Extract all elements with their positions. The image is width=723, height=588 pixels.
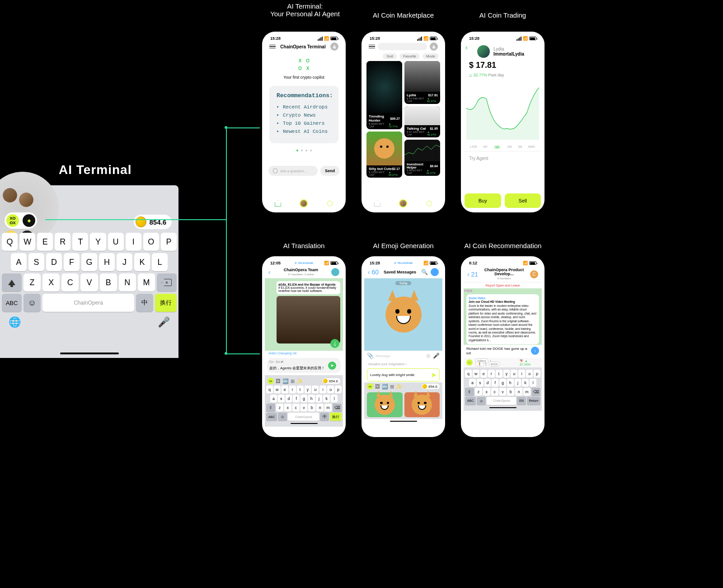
key-b[interactable]: B xyxy=(100,273,117,292)
key-b[interactable]: b xyxy=(308,404,315,412)
market-card[interactable]: Trending Hunter$89.27$ 982M MKT CAP▲ 73.… xyxy=(366,61,402,129)
message-input[interactable]: Richard told me DOGE has gone up a lot! xyxy=(466,347,529,356)
key-u[interactable]: u xyxy=(312,386,319,394)
chat-avatar[interactable] xyxy=(331,268,339,276)
tab-user[interactable] xyxy=(326,199,334,207)
key-w[interactable]: w xyxy=(473,370,479,378)
key-m[interactable]: m xyxy=(324,404,332,412)
generated-emoji[interactable] xyxy=(385,296,422,333)
key-u[interactable]: u xyxy=(511,370,517,378)
key-g[interactable]: g xyxy=(499,379,506,387)
tab-home[interactable] xyxy=(274,199,282,207)
key-x[interactable]: x xyxy=(483,388,490,396)
key-x[interactable]: X xyxy=(42,273,60,292)
key-i[interactable]: I xyxy=(126,233,141,251)
key-e[interactable]: e xyxy=(282,386,288,394)
market-card[interactable]: Investment Helper$9.64$ 881M MKT CAP▲ 66… xyxy=(404,140,440,176)
key-h[interactable]: h xyxy=(507,379,514,387)
backspace-key[interactable]: × xyxy=(157,273,177,292)
key-q[interactable]: Q xyxy=(2,233,18,251)
emoji-key[interactable]: ☺ xyxy=(278,413,287,421)
key-l[interactable]: l xyxy=(331,395,338,403)
space-key[interactable]: ChainOpera xyxy=(288,413,319,421)
xo-chip[interactable]: xo xyxy=(268,378,274,384)
key-s[interactable]: s xyxy=(477,379,484,387)
back-icon[interactable]: ‹ 21 xyxy=(467,271,478,278)
key-d[interactable]: d xyxy=(286,395,292,403)
key-v[interactable]: v xyxy=(499,388,507,396)
key-s[interactable]: S xyxy=(28,253,44,271)
key-f[interactable]: f xyxy=(293,395,300,403)
range-1m[interactable]: 1M xyxy=(518,145,522,149)
key-a[interactable]: a xyxy=(270,395,277,403)
emoji-key[interactable]: ☺ xyxy=(23,294,41,312)
xo-chip[interactable]: xo xyxy=(466,359,473,366)
recommendation-item[interactable]: Newest AI Coins xyxy=(283,129,331,134)
key-n[interactable]: n xyxy=(316,404,324,412)
key-p[interactable]: P xyxy=(161,233,177,251)
market-card[interactable]: Talking Cat$1.95$ 57.32M MKT CAP▲ 46.27% xyxy=(404,106,440,137)
tab-agent[interactable] xyxy=(300,199,308,207)
translate-icon[interactable]: 🔤 xyxy=(382,384,388,390)
key-h[interactable]: H xyxy=(99,253,115,271)
space-key[interactable]: ChainOpera xyxy=(42,294,134,312)
key-t[interactable]: T xyxy=(72,233,88,251)
key-m[interactable]: m xyxy=(523,388,531,396)
translate-icon[interactable]: 🔤 xyxy=(282,378,289,384)
key-j[interactable]: j xyxy=(515,379,521,387)
translation-box[interactable]: Cn · En ⇄ 是的，Agents 会重塑未来的应用！ ➤ xyxy=(267,358,341,373)
image-icon[interactable]: 🖼 xyxy=(375,384,380,389)
range-1w[interactable]: 1W xyxy=(507,145,512,149)
key-k[interactable]: k xyxy=(522,379,529,387)
avatar-2[interactable] xyxy=(19,193,33,207)
menu-icon[interactable] xyxy=(369,45,375,49)
key-h[interactable]: h xyxy=(308,395,315,403)
chat-avatar[interactable] xyxy=(431,268,439,276)
buy-button[interactable]: Buy xyxy=(465,193,501,208)
home-indicator[interactable] xyxy=(60,353,119,354)
key-i[interactable]: i xyxy=(518,370,525,378)
key-v[interactable]: v xyxy=(300,404,308,412)
range-max[interactable]: MAX xyxy=(528,145,535,149)
scroll-down-icon[interactable]: ↓ xyxy=(330,339,339,348)
key-r[interactable]: r xyxy=(488,370,495,378)
key-g[interactable]: G xyxy=(81,253,97,271)
range-1d[interactable]: 1D xyxy=(493,145,501,149)
emoji-option[interactable] xyxy=(404,392,440,417)
key-z[interactable]: z xyxy=(276,404,283,412)
sparkle-icon[interactable]: ✨ xyxy=(296,378,303,384)
recommendation-item[interactable]: Crypto News xyxy=(283,113,331,118)
suggestion[interactable]: since xyxy=(488,362,500,367)
key-l[interactable]: l xyxy=(530,379,536,387)
ask-input[interactable]: Ask a question... xyxy=(268,166,318,176)
suggestion[interactable]: 🧍 xyxy=(475,362,484,367)
zh-key[interactable]: 中 xyxy=(320,413,329,421)
key-p[interactable]: p xyxy=(335,386,342,394)
key-k[interactable]: K xyxy=(134,253,150,271)
coin-balance[interactable]: 854.6 xyxy=(134,215,172,229)
profile-icon[interactable] xyxy=(430,42,438,51)
market-card[interactable]: Silly but Cute$2.17$ 125M MKT CAP▲ 20.27… xyxy=(366,132,402,178)
price-chart[interactable] xyxy=(466,81,539,140)
back-icon[interactable]: ‹ xyxy=(465,43,468,52)
key-m[interactable]: M xyxy=(138,273,155,292)
key-j[interactable]: J xyxy=(117,253,132,271)
profile-icon[interactable] xyxy=(330,42,338,51)
tab-user[interactable] xyxy=(425,199,433,207)
filter-chip[interactable]: Favorite xyxy=(399,53,420,59)
return-key[interactable]: 换行 xyxy=(330,413,342,421)
sell-button[interactable]: Sell xyxy=(505,193,541,208)
try-agent[interactable]: Try Agent xyxy=(464,151,542,165)
send-button[interactable]: Send xyxy=(320,166,339,176)
scan-icon[interactable]: ⊞ xyxy=(291,378,295,384)
abc-key[interactable]: ABC xyxy=(465,397,476,405)
key-r[interactable]: r xyxy=(289,386,296,394)
key-w[interactable]: w xyxy=(274,386,281,394)
key-e[interactable]: E xyxy=(37,233,53,251)
shift-key[interactable] xyxy=(2,273,22,292)
xo-chip[interactable]: XOOX xyxy=(6,214,19,227)
key-s[interactable]: s xyxy=(278,395,285,403)
filter-chip[interactable]: Mode xyxy=(423,53,439,59)
key-q[interactable]: q xyxy=(465,370,472,378)
key-b[interactable]: b xyxy=(507,388,514,396)
